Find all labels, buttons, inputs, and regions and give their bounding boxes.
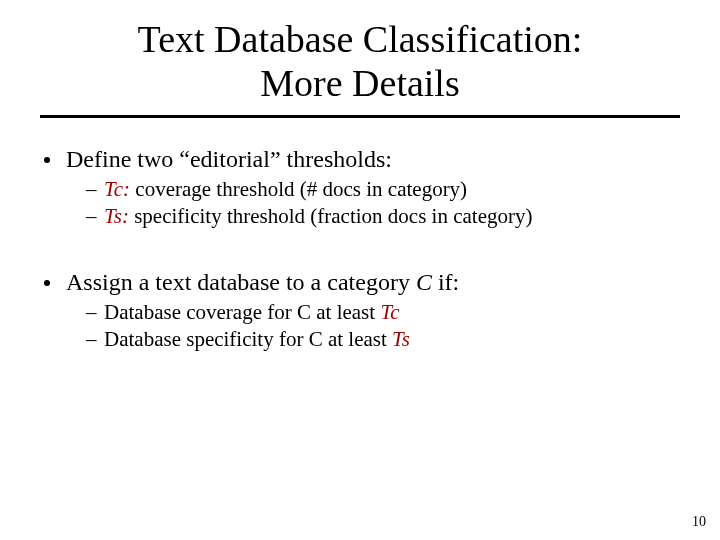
title-underline bbox=[40, 115, 680, 118]
c-var: C bbox=[416, 269, 432, 295]
bullet-1-sub-1: – Tc: coverage threshold (# docs in cate… bbox=[40, 177, 680, 202]
title-line-2: More Details bbox=[260, 62, 459, 104]
bullet-2-sub-2-text: Database specificity for C at least bbox=[104, 327, 392, 351]
bullet-2-sub-1-text: Database coverage for C at least bbox=[104, 300, 380, 324]
bullet-2-pre: Assign a text database to a category bbox=[66, 269, 416, 295]
tc-ref: Tc bbox=[380, 300, 399, 324]
bullet-1-sub-1-text: coverage threshold (# docs in category) bbox=[130, 177, 467, 201]
slide-title: Text Database Classification: More Detai… bbox=[40, 18, 680, 105]
bullet-1: Define two “editorial” thresholds: bbox=[40, 146, 680, 173]
ts-ref: Ts bbox=[392, 327, 410, 351]
bullet-icon bbox=[44, 280, 50, 286]
spacer bbox=[40, 231, 680, 261]
dash-icon: – bbox=[86, 177, 97, 202]
dash-icon: – bbox=[86, 327, 97, 352]
slide: Text Database Classification: More Detai… bbox=[0, 0, 720, 540]
bullet-1-sub-2-text: specificity threshold (fraction docs in … bbox=[129, 204, 533, 228]
tc-label: Tc: bbox=[104, 177, 130, 201]
bullet-1-text: Define two “editorial” thresholds: bbox=[66, 146, 392, 172]
bullet-1-sub-2: – Ts: specificity threshold (fraction do… bbox=[40, 204, 680, 229]
bullet-2-post: if: bbox=[432, 269, 459, 295]
slide-body: Define two “editorial” thresholds: – Tc:… bbox=[40, 146, 680, 352]
title-line-1: Text Database Classification: bbox=[138, 18, 583, 60]
ts-label: Ts: bbox=[104, 204, 129, 228]
dash-icon: – bbox=[86, 204, 97, 229]
page-number: 10 bbox=[692, 514, 706, 530]
bullet-icon bbox=[44, 157, 50, 163]
bullet-2-sub-2: – Database specificity for C at least Ts bbox=[40, 327, 680, 352]
bullet-2-sub-1: – Database coverage for C at least Tc bbox=[40, 300, 680, 325]
dash-icon: – bbox=[86, 300, 97, 325]
bullet-2: Assign a text database to a category C i… bbox=[40, 269, 680, 296]
